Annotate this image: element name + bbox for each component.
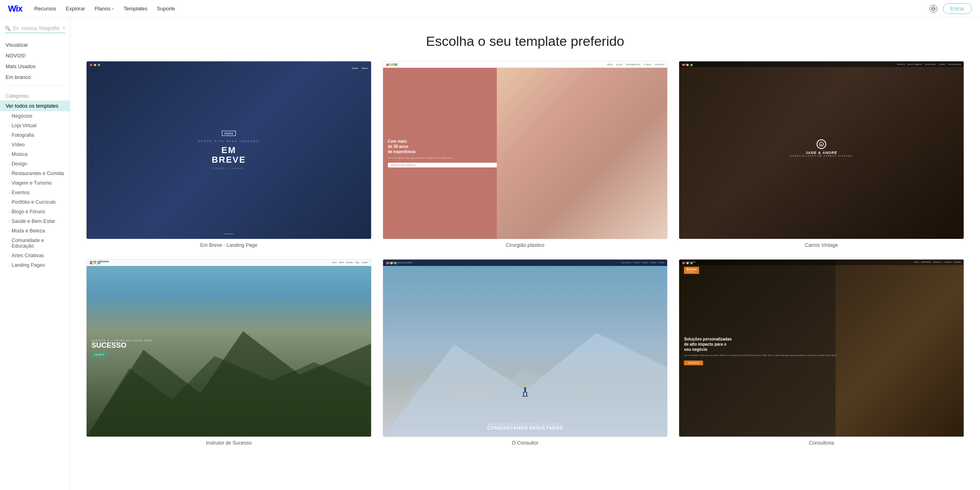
sidebar-filter-mais-usados[interactable]: Mais Usados: [0, 61, 70, 72]
t5-nav: CÉSAR CONSULTORIA Quem Somos Serviços Pr…: [383, 260, 668, 266]
page-title: Escolha o seu template preferido: [86, 18, 964, 61]
chevron-icon: ›: [9, 162, 10, 166]
template-thumb-4: ALAN JORDANO Expert Pessoal Home Sobre S…: [86, 259, 371, 437]
sidebar-item-moda[interactable]: ›Moda e Beleza: [0, 226, 70, 236]
template-preview-6: +1 (11) 9999 - 9999 INÍCIO A EMPRESA SER…: [679, 260, 964, 437]
browser-dots-2: [386, 64, 397, 66]
chevron-icon: ›: [9, 241, 10, 245]
chevron-icon: ›: [9, 229, 10, 233]
nav-links: Recursos Explorar Planos ▾ Templates Sup…: [34, 6, 929, 12]
template-name-1: Em Breve - Landing Page: [86, 242, 371, 248]
search-input[interactable]: [13, 26, 65, 31]
svg-text:✦: ✦: [820, 143, 823, 146]
nav-planos[interactable]: Planos ▾: [95, 6, 114, 12]
sidebar-item-portfolio[interactable]: ›Portfólio e Currículo: [0, 197, 70, 207]
chevron-icon: ›: [9, 171, 10, 175]
template-thumb-5: CÉSAR CONSULTORIA Quem Somos Serviços Pr…: [383, 259, 668, 437]
sidebar-item-video[interactable]: ›Vídeo: [0, 140, 70, 150]
browser-dots-4: [90, 262, 100, 264]
sidebar-divider: [6, 86, 64, 86]
nav-templates[interactable]: Templates: [124, 6, 147, 12]
template-preview-3: HOME SERVIÇOS NOSSO TRABALHO QUEM SOMOS …: [679, 61, 964, 239]
page-layout: ‹ 🔍 Visualizar NOVOS! Mais Usados Em bra…: [0, 18, 980, 490]
svg-point-9: [524, 385, 526, 387]
t3-nav: HOME SERVIÇOS NOSSO TRABALHO QUEM SOMOS …: [679, 61, 964, 67]
sidebar: ‹ 🔍 Visualizar NOVOS! Mais Usados Em bra…: [0, 18, 70, 490]
chevron-icon: ›: [9, 254, 10, 258]
t4-nav: ALAN JORDANO Expert Pessoal Home Sobre S…: [87, 260, 371, 266]
entrar-button[interactable]: Entrar: [943, 3, 972, 14]
sidebar-item-negocios[interactable]: ›Negócios: [0, 111, 70, 121]
sidebar-item-landing-pages[interactable]: ›Landing Pages: [0, 260, 70, 270]
t1-nav: Home Sobre: [352, 67, 368, 69]
sidebar-filter-novos[interactable]: NOVOS!: [0, 50, 70, 61]
sidebar-item-ver-todos[interactable]: Ver todos os templates: [0, 100, 70, 111]
t6-nav: +1 (11) 9999 - 9999 INÍCIO A EMPRESA SER…: [679, 260, 964, 265]
sidebar-item-restaurantes[interactable]: ›Restaurantes e Comida: [0, 169, 70, 178]
sidebar-toggle[interactable]: ‹: [63, 24, 65, 31]
template-name-2: Cirurgião plástico: [383, 242, 668, 248]
chevron-icon: ›: [9, 143, 10, 147]
chevron-icon: ›: [9, 200, 10, 204]
t2-nav: SAVIERE INÍCIO EQUIP TRATAMENTOS CLÍNICA…: [383, 61, 668, 68]
template-card-consultor[interactable]: CÉSAR CONSULTORIA Quem Somos Serviços Pr…: [383, 259, 668, 446]
chevron-icon: ›: [9, 219, 10, 223]
svg-rect-13: [522, 396, 528, 397]
nav-right: Entrar: [929, 3, 972, 14]
chevron-icon: ›: [9, 152, 10, 156]
main-content: Escolha o seu template preferido Home So…: [70, 18, 980, 490]
template-name-4: Instrutor de Sucesso: [86, 440, 371, 446]
template-name-5: O Consultor: [383, 440, 668, 446]
browser-dots: [90, 64, 100, 66]
sidebar-item-loja-virtual[interactable]: ›Loja Virtual: [0, 121, 70, 130]
sidebar-item-blogs[interactable]: ›Blogs e Fóruns: [0, 207, 70, 216]
sidebar-item-fotografia[interactable]: ›Fotografia: [0, 130, 70, 140]
nav-recursos[interactable]: Recursos: [34, 6, 56, 12]
sidebar-filter-visualizar[interactable]: Visualizar: [0, 39, 70, 50]
browser-dots-6: [682, 262, 693, 264]
search-icon: 🔍: [5, 26, 11, 31]
sidebar-search-container: 🔍: [5, 26, 65, 33]
template-thumb-3: HOME SERVIÇOS NOSSO TRABALHO QUEM SOMOS …: [679, 61, 964, 239]
template-preview-1: Home Sobre Skyline NOSSO SITE SERÁ LANÇA…: [87, 61, 371, 239]
categories-label: Categorias: [0, 89, 70, 100]
template-card-instrutor[interactable]: ALAN JORDANO Expert Pessoal Home Sobre S…: [86, 259, 371, 446]
navbar: Wix Recursos Explorar Planos ▾ Templates…: [0, 0, 980, 18]
globe-icon[interactable]: [929, 5, 937, 13]
chevron-icon: ›: [9, 181, 10, 185]
template-card-em-breve[interactable]: Home Sobre Skyline NOSSO SITE SERÁ LANÇA…: [86, 61, 371, 248]
t6-brand: Renova Consultoria: [684, 267, 699, 274]
sidebar-item-artes[interactable]: ›Artes Criativas: [0, 251, 70, 260]
browser-dots-3: [682, 64, 693, 66]
sidebar-item-comunidade[interactable]: ›Comunidade e Educação: [0, 236, 70, 251]
sidebar-item-musica[interactable]: ›Música: [0, 150, 70, 159]
chevron-down-icon: ▾: [112, 7, 114, 11]
template-preview-2: SAVIERE INÍCIO EQUIP TRATAMENTOS CLÍNICA…: [383, 61, 668, 239]
template-name-3: Carros Vintage: [679, 242, 964, 248]
wix-logo[interactable]: Wix: [8, 4, 22, 14]
template-thumb-2: SAVIERE INÍCIO EQUIP TRATAMENTOS CLÍNICA…: [383, 61, 668, 239]
template-preview-5: CÉSAR CONSULTORIA Quem Somos Serviços Pr…: [383, 260, 668, 437]
sidebar-item-design[interactable]: ›Design: [0, 159, 70, 169]
sidebar-item-viagem[interactable]: ›Viagem e Turismo: [0, 178, 70, 188]
template-grid: Home Sobre Skyline NOSSO SITE SERÁ LANÇA…: [86, 61, 964, 446]
template-card-carros-vintage[interactable]: HOME SERVIÇOS NOSSO TRABALHO QUEM SOMOS …: [679, 61, 964, 248]
template-thumb-6: +1 (11) 9999 - 9999 INÍCIO A EMPRESA SER…: [679, 259, 964, 437]
chevron-icon: ›: [9, 210, 10, 214]
template-preview-4: ALAN JORDANO Expert Pessoal Home Sobre S…: [87, 260, 371, 437]
t3-logo: ✦ JADE & ANDRÉ ESPECIALISTAS EM CARROS V…: [790, 140, 852, 157]
template-card-cirurgiao[interactable]: SAVIERE INÍCIO EQUIP TRATAMENTOS CLÍNICA…: [383, 61, 668, 248]
chevron-icon: ›: [9, 191, 10, 195]
nav-explorar[interactable]: Explorar: [66, 6, 85, 12]
template-card-consultoria[interactable]: +1 (11) 9999 - 9999 INÍCIO A EMPRESA SER…: [679, 259, 964, 446]
sidebar-item-saude[interactable]: ›Saúde e Bem-Estar: [0, 216, 70, 226]
chevron-icon: ›: [9, 133, 10, 137]
template-name-6: Consultoria: [679, 440, 964, 446]
sidebar-filter-em-branco[interactable]: Em branco: [0, 72, 70, 83]
chevron-icon: ›: [9, 114, 10, 118]
browser-dots-5: [386, 262, 397, 264]
svg-rect-10: [524, 387, 526, 393]
chevron-icon: ›: [9, 263, 10, 267]
nav-suporte[interactable]: Suporte: [157, 6, 175, 12]
sidebar-item-eventos[interactable]: ›Eventos: [0, 188, 70, 197]
